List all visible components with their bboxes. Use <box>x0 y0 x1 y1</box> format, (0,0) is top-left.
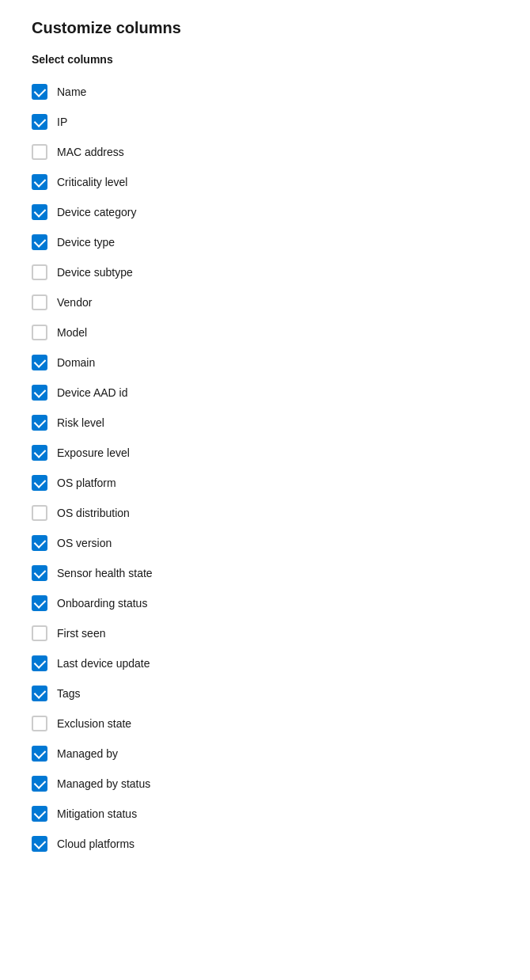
checkbox-cloud-platforms[interactable] <box>32 836 47 852</box>
column-label-first-seen: First seen <box>57 627 105 640</box>
column-label-device-aad-id: Device AAD id <box>57 386 127 399</box>
checkbox-device-subtype[interactable] <box>32 264 47 280</box>
column-item-device-subtype[interactable]: Device subtype <box>32 257 498 287</box>
column-item-name[interactable]: Name <box>32 77 498 107</box>
column-label-risk-level: Risk level <box>57 416 104 429</box>
checkbox-os-distribution[interactable] <box>32 505 47 521</box>
checkbox-first-seen[interactable] <box>32 625 47 641</box>
checkbox-sensor-health-state[interactable] <box>32 565 47 581</box>
column-label-model: Model <box>57 326 87 339</box>
column-item-vendor[interactable]: Vendor <box>32 287 498 317</box>
column-item-device-category[interactable]: Device category <box>32 197 498 227</box>
column-item-model[interactable]: Model <box>32 317 498 348</box>
column-item-sensor-health-state[interactable]: Sensor health state <box>32 558 498 588</box>
checkbox-os-platform[interactable] <box>32 475 47 491</box>
column-label-mitigation-status: Mitigation status <box>57 807 137 820</box>
column-item-cloud-platforms[interactable]: Cloud platforms <box>32 829 498 859</box>
page-title: Customize columns <box>32 19 498 37</box>
column-label-os-version: OS version <box>57 537 112 549</box>
checkbox-device-type[interactable] <box>32 234 47 250</box>
checkbox-risk-level[interactable] <box>32 415 47 431</box>
checkbox-name[interactable] <box>32 84 47 100</box>
checkbox-managed-by-status[interactable] <box>32 776 47 792</box>
column-item-device-aad-id[interactable]: Device AAD id <box>32 378 498 408</box>
column-label-last-device-update: Last device update <box>57 657 150 670</box>
column-label-tags: Tags <box>57 687 81 700</box>
column-item-tags[interactable]: Tags <box>32 678 498 708</box>
column-item-managed-by-status[interactable]: Managed by status <box>32 769 498 799</box>
column-item-os-version[interactable]: OS version <box>32 528 498 558</box>
column-label-exclusion-state: Exclusion state <box>57 717 131 730</box>
column-label-device-subtype: Device subtype <box>57 266 133 279</box>
column-label-criticality-level: Criticality level <box>57 176 127 188</box>
column-item-onboarding-status[interactable]: Onboarding status <box>32 588 498 618</box>
column-item-exclusion-state[interactable]: Exclusion state <box>32 708 498 739</box>
column-item-domain[interactable]: Domain <box>32 348 498 378</box>
checkbox-exposure-level[interactable] <box>32 445 47 461</box>
column-label-device-category: Device category <box>57 206 136 218</box>
checkbox-criticality-level[interactable] <box>32 174 47 190</box>
column-label-vendor: Vendor <box>57 296 92 309</box>
column-label-os-distribution: OS distribution <box>57 507 130 519</box>
section-label: Select columns <box>32 53 498 66</box>
column-label-domain: Domain <box>57 356 95 369</box>
column-item-managed-by[interactable]: Managed by <box>32 739 498 769</box>
checkbox-domain[interactable] <box>32 355 47 370</box>
column-item-first-seen[interactable]: First seen <box>32 618 498 648</box>
checkbox-mac-address[interactable] <box>32 144 47 160</box>
column-label-onboarding-status: Onboarding status <box>57 597 147 610</box>
column-item-exposure-level[interactable]: Exposure level <box>32 438 498 468</box>
column-label-name: Name <box>57 85 86 98</box>
column-item-risk-level[interactable]: Risk level <box>32 408 498 438</box>
column-label-sensor-health-state: Sensor health state <box>57 567 153 579</box>
column-label-cloud-platforms: Cloud platforms <box>57 838 134 850</box>
checkbox-vendor[interactable] <box>32 294 47 310</box>
checkbox-last-device-update[interactable] <box>32 655 47 671</box>
checkbox-tags[interactable] <box>32 686 47 701</box>
checkbox-device-category[interactable] <box>32 204 47 220</box>
column-label-os-platform: OS platform <box>57 477 116 489</box>
column-item-criticality-level[interactable]: Criticality level <box>32 167 498 197</box>
checkbox-exclusion-state[interactable] <box>32 716 47 731</box>
checkbox-ip[interactable] <box>32 114 47 130</box>
column-label-managed-by-status: Managed by status <box>57 777 150 790</box>
checkbox-mitigation-status[interactable] <box>32 806 47 822</box>
checkbox-os-version[interactable] <box>32 535 47 551</box>
column-label-exposure-level: Exposure level <box>57 446 130 459</box>
column-item-last-device-update[interactable]: Last device update <box>32 648 498 678</box>
checkbox-managed-by[interactable] <box>32 746 47 762</box>
column-list: NameIPMAC addressCriticality levelDevice… <box>32 77 498 859</box>
column-item-mitigation-status[interactable]: Mitigation status <box>32 799 498 829</box>
checkbox-onboarding-status[interactable] <box>32 595 47 611</box>
column-item-device-type[interactable]: Device type <box>32 227 498 257</box>
checkbox-model[interactable] <box>32 325 47 340</box>
column-item-os-platform[interactable]: OS platform <box>32 468 498 498</box>
column-item-ip[interactable]: IP <box>32 107 498 137</box>
column-label-mac-address: MAC address <box>57 146 124 158</box>
column-label-device-type: Device type <box>57 236 115 249</box>
column-label-managed-by: Managed by <box>57 747 118 760</box>
column-item-os-distribution[interactable]: OS distribution <box>32 498 498 528</box>
column-item-mac-address[interactable]: MAC address <box>32 137 498 167</box>
column-label-ip: IP <box>57 116 67 128</box>
checkbox-device-aad-id[interactable] <box>32 385 47 401</box>
